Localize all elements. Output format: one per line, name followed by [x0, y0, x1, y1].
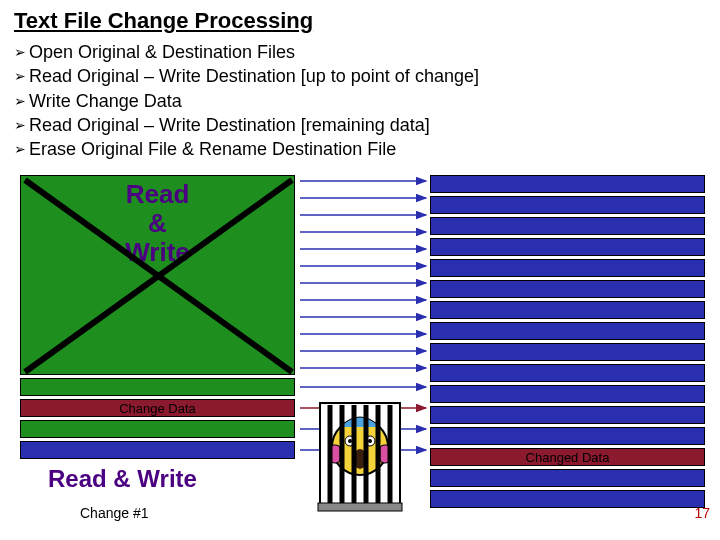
bullet-item: ➢Erase Original File & Rename Destinatio… — [14, 137, 720, 161]
right-stripe — [430, 238, 705, 256]
right-stripe — [430, 469, 705, 487]
right-stripe — [430, 364, 705, 382]
right-stripe — [430, 175, 705, 193]
read-write-bottom-label: Read & Write — [20, 459, 295, 493]
bullet-icon: ➢ — [14, 92, 26, 111]
right-stripe — [430, 343, 705, 361]
bullet-item: ➢Write Change Data — [14, 89, 720, 113]
right-stripe — [430, 490, 705, 508]
bullet-icon: ➢ — [14, 116, 26, 135]
left-stripe — [20, 378, 295, 396]
right-stripe — [430, 406, 705, 424]
right-stripe — [430, 196, 705, 214]
bullet-item: ➢Open Original & Destination Files — [14, 40, 720, 64]
changed-data-label: Changed Data — [431, 449, 704, 465]
right-stripe — [430, 385, 705, 403]
bullet-item: ➢Read Original – Write Destination [rema… — [14, 113, 720, 137]
changed-data-stripe: Changed Data — [430, 448, 705, 466]
bullet-text: Write Change Data — [29, 89, 182, 113]
right-stack: Changed Data — [430, 175, 705, 508]
right-stripe — [430, 301, 705, 319]
right-stripe — [430, 427, 705, 445]
bullet-text: Erase Original File & Rename Destination… — [29, 137, 396, 161]
right-stripe — [430, 322, 705, 340]
page-title: Text File Change Processing — [0, 0, 720, 38]
bullet-item: ➢Read Original – Write Destination [up t… — [14, 64, 720, 88]
left-stripe — [20, 420, 295, 438]
change-data-stripe: Change Data — [20, 399, 295, 417]
caption-label: Change #1 — [80, 505, 149, 521]
bullet-icon: ➢ — [14, 43, 26, 62]
original-file-block: Read & Write — [20, 175, 295, 375]
cross-out-icon — [21, 176, 296, 376]
page-number: 17 — [694, 505, 710, 521]
bullet-icon: ➢ — [14, 67, 26, 86]
change-data-label: Change Data — [21, 400, 294, 416]
prisoner-cartoon-icon — [300, 397, 420, 517]
svg-point-21 — [348, 439, 352, 443]
bullet-text: Read Original – Write Destination [up to… — [29, 64, 479, 88]
left-stripe — [20, 441, 295, 459]
bullet-text: Open Original & Destination Files — [29, 40, 295, 64]
bullet-text: Read Original – Write Destination [remai… — [29, 113, 430, 137]
left-stack: Read & Write Change Data Read & Write — [20, 175, 295, 493]
svg-rect-33 — [318, 503, 402, 511]
right-stripe — [430, 259, 705, 277]
bullet-icon: ➢ — [14, 140, 26, 159]
diagram-area: Read & Write Change Data Read & Write — [0, 167, 720, 527]
right-stripe — [430, 217, 705, 235]
bullet-list: ➢Open Original & Destination Files ➢Read… — [0, 38, 720, 167]
right-stripe — [430, 280, 705, 298]
svg-point-23 — [368, 439, 372, 443]
